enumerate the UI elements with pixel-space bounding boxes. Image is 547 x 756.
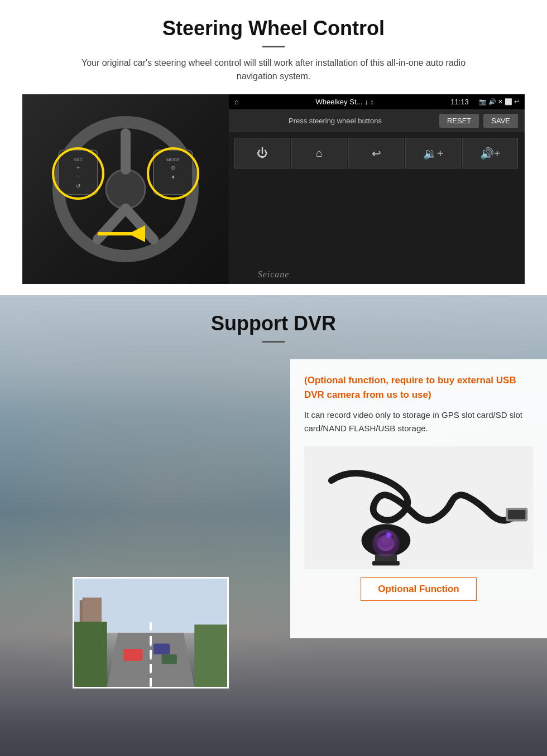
tablet-time: 11:13 xyxy=(450,98,469,106)
svg-rect-29 xyxy=(508,510,525,519)
dvr-info-card: (Optional function, require to buy exter… xyxy=(290,359,547,638)
power-button[interactable]: ⏻ xyxy=(234,138,290,168)
svg-rect-23 xyxy=(123,649,142,661)
svg-text:+: + xyxy=(76,165,80,171)
dvr-optional-text: (Optional function, require to buy exter… xyxy=(304,373,533,402)
svg-rect-26 xyxy=(74,622,107,687)
svg-rect-24 xyxy=(153,643,170,654)
svg-text:−: − xyxy=(76,173,80,179)
svg-marker-21 xyxy=(107,633,195,687)
svg-text:SRC: SRC xyxy=(74,157,83,162)
tablet-ui: ⌂ Wheelkey St... ↓ ↕ 11:13 📷 🔊 ✕ ⬜ ↩ Pre… xyxy=(229,94,525,284)
road-svg xyxy=(74,579,227,687)
dvr-divider xyxy=(262,341,285,343)
swc-title: Steering Wheel Control xyxy=(22,17,525,40)
vol-down-button[interactable]: 🔉+ xyxy=(405,138,461,168)
tablet-buttons-grid: ⏻ ⌂ ↩ 🔉+ 🔊+ xyxy=(229,132,525,174)
swc-watermark: Seicane xyxy=(258,269,290,280)
swc-image-area: SRC + − ↺ MODE ⊙ ✦ ⌂ Wheelk xyxy=(22,94,525,284)
svg-point-1 xyxy=(106,170,145,209)
swc-description: Your original car's steering wheel contr… xyxy=(78,56,469,83)
svg-text:MODE: MODE xyxy=(166,157,180,162)
vol-up-button[interactable]: 🔊+ xyxy=(462,138,518,168)
tablet-statusbar: ⌂ Wheelkey St... ↓ ↕ 11:13 📷 🔊 ✕ ⬜ ↩ xyxy=(229,94,525,109)
dvr-left-area xyxy=(0,354,257,756)
back-button[interactable]: ↩ xyxy=(348,138,404,168)
save-button[interactable]: SAVE xyxy=(483,114,518,128)
tablet-swc-bar: Press steering wheel buttons RESET SAVE xyxy=(229,109,525,132)
svg-rect-10 xyxy=(153,150,193,195)
home-icon: ⌂ xyxy=(234,98,239,106)
tablet-status-icons: 📷 🔊 ✕ ⬜ ↩ xyxy=(479,98,519,105)
dvr-title: Support DVR xyxy=(0,295,547,335)
camera-svg xyxy=(304,446,533,569)
dvr-content: (Optional function, require to buy exter… xyxy=(0,354,547,756)
swc-bar-label: Press steering wheel buttons xyxy=(236,117,435,125)
svg-text:✦: ✦ xyxy=(171,174,175,180)
steering-wheel-svg: SRC + − ↺ MODE ⊙ ✦ xyxy=(42,105,209,273)
dvr-road-scene xyxy=(74,579,227,687)
dvr-section: Support DVR xyxy=(0,295,547,756)
dvr-camera-illustration xyxy=(304,446,533,569)
swc-section: Steering Wheel Control Your original car… xyxy=(0,0,547,295)
svg-rect-35 xyxy=(372,561,400,566)
home-button[interactable]: ⌂ xyxy=(291,138,347,168)
swc-divider xyxy=(262,46,285,47)
svg-point-37 xyxy=(378,535,394,551)
svg-rect-20 xyxy=(83,598,102,622)
svg-rect-25 xyxy=(162,654,177,664)
reset-button[interactable]: RESET xyxy=(439,114,479,128)
tablet-app-name: Wheelkey St... ↓ ↕ xyxy=(243,98,446,106)
svg-text:↺: ↺ xyxy=(76,183,80,189)
steering-wheel-photo: SRC + − ↺ MODE ⊙ ✦ xyxy=(22,94,229,284)
dvr-desc-text: It can record video only to storage in G… xyxy=(304,408,533,435)
dvr-preview-image xyxy=(73,577,229,688)
svg-rect-27 xyxy=(194,624,227,687)
svg-point-39 xyxy=(385,532,392,538)
svg-text:⊙: ⊙ xyxy=(171,165,175,171)
optional-function-button[interactable]: Optional Function xyxy=(361,577,476,601)
